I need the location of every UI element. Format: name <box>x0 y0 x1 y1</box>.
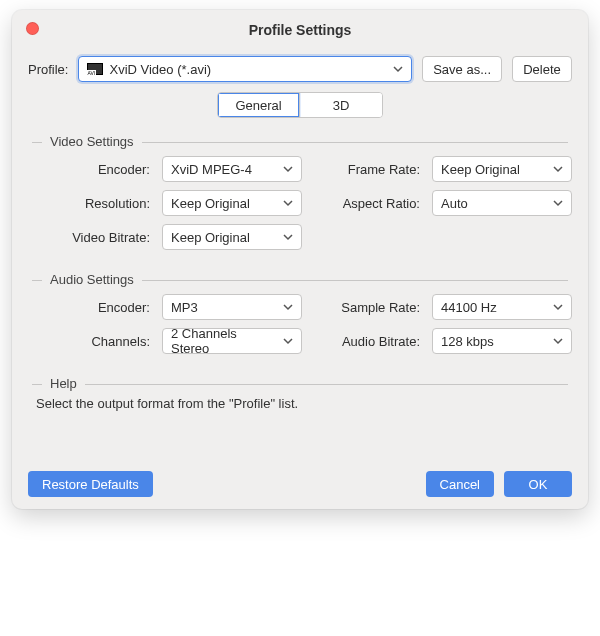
sample-rate-select[interactable]: 44100 Hz <box>432 294 572 320</box>
video-settings-fieldset: Video Settings Encoder: XviD MPEG-4 Fram… <box>32 134 568 250</box>
chevron-down-icon <box>283 162 293 177</box>
footer-right: Cancel OK <box>426 471 572 497</box>
video-encoder-label: Encoder: <box>32 162 152 177</box>
resolution-select[interactable]: Keep Original <box>162 190 302 216</box>
restore-defaults-button[interactable]: Restore Defaults <box>28 471 153 497</box>
resolution-label: Resolution: <box>32 196 152 211</box>
tab-bar: General 3D <box>28 92 572 118</box>
chevron-down-icon <box>553 196 563 211</box>
audio-bitrate-select[interactable]: 128 kbps <box>432 328 572 354</box>
profile-settings-window: Profile Settings Profile: XviD Video (*.… <box>12 10 588 509</box>
sample-rate-value: 44100 Hz <box>441 300 497 315</box>
frame-rate-select[interactable]: Keep Original <box>432 156 572 182</box>
cancel-button[interactable]: Cancel <box>426 471 494 497</box>
tab-3d[interactable]: 3D <box>300 93 382 117</box>
content-area: Profile: XviD Video (*.avi) Save as... D… <box>12 50 588 411</box>
footer: Restore Defaults Cancel OK <box>12 471 588 497</box>
help-fieldset: Help Select the output format from the "… <box>32 376 568 411</box>
channels-value: 2 Channels Stereo <box>171 326 275 356</box>
aspect-ratio-label: Aspect Ratio: <box>312 196 422 211</box>
chevron-down-icon <box>283 334 293 349</box>
resolution-value: Keep Original <box>171 196 250 211</box>
video-encoder-value: XviD MPEG-4 <box>171 162 252 177</box>
chevron-down-icon <box>283 300 293 315</box>
audio-settings-legend: Audio Settings <box>42 272 142 287</box>
aspect-ratio-select[interactable]: Auto <box>432 190 572 216</box>
save-as-button[interactable]: Save as... <box>422 56 502 82</box>
help-text: Select the output format from the "Profi… <box>32 396 568 411</box>
chevron-down-icon <box>553 300 563 315</box>
audio-settings-fieldset: Audio Settings Encoder: MP3 Sample Rate:… <box>32 272 568 354</box>
window-title: Profile Settings <box>249 22 352 38</box>
chevron-down-icon <box>283 196 293 211</box>
profile-row: Profile: XviD Video (*.avi) Save as... D… <box>28 56 572 82</box>
ok-button[interactable]: OK <box>504 471 572 497</box>
chevron-down-icon <box>393 62 403 77</box>
frame-rate-value: Keep Original <box>441 162 520 177</box>
profile-select[interactable]: XviD Video (*.avi) <box>78 56 412 82</box>
chevron-down-icon <box>283 230 293 245</box>
audio-bitrate-value: 128 kbps <box>441 334 494 349</box>
profile-label: Profile: <box>28 62 68 77</box>
audio-encoder-value: MP3 <box>171 300 198 315</box>
audio-encoder-label: Encoder: <box>32 300 152 315</box>
audio-bitrate-label: Audio Bitrate: <box>312 334 422 349</box>
video-settings-legend: Video Settings <box>42 134 142 149</box>
chevron-down-icon <box>553 162 563 177</box>
video-encoder-select[interactable]: XviD MPEG-4 <box>162 156 302 182</box>
aspect-ratio-value: Auto <box>441 196 468 211</box>
channels-select[interactable]: 2 Channels Stereo <box>162 328 302 354</box>
avi-file-icon <box>87 63 103 75</box>
tab-control: General 3D <box>217 92 383 118</box>
video-bitrate-value: Keep Original <box>171 230 250 245</box>
tab-general[interactable]: General <box>218 93 300 117</box>
video-bitrate-select[interactable]: Keep Original <box>162 224 302 250</box>
help-legend: Help <box>42 376 85 391</box>
audio-encoder-select[interactable]: MP3 <box>162 294 302 320</box>
titlebar: Profile Settings <box>12 10 588 50</box>
profile-select-value: XviD Video (*.avi) <box>109 62 211 77</box>
close-window-button[interactable] <box>26 22 39 35</box>
frame-rate-label: Frame Rate: <box>312 162 422 177</box>
delete-button[interactable]: Delete <box>512 56 572 82</box>
chevron-down-icon <box>553 334 563 349</box>
sample-rate-label: Sample Rate: <box>312 300 422 315</box>
video-bitrate-label: Video Bitrate: <box>32 230 152 245</box>
channels-label: Channels: <box>32 334 152 349</box>
window-controls <box>26 22 39 35</box>
